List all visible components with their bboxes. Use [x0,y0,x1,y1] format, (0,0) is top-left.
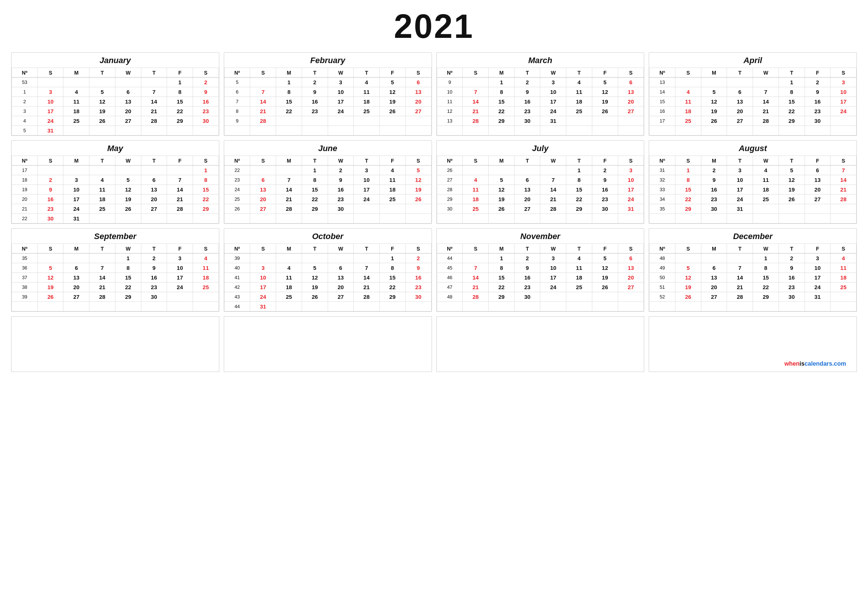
day-cell: 21 [90,282,115,292]
col-header-5: T [566,156,592,166]
day-cell: 14 [753,97,779,107]
day-cell: 12 [90,97,115,107]
week-number: 30 [437,204,463,214]
day-cell: 28 [753,116,779,126]
day-cell: 6 [804,166,831,175]
day-cell [566,116,592,126]
day-cell [592,126,618,135]
day-cell [167,292,193,302]
day-cell: 28 [463,292,489,302]
day-cell [675,126,701,135]
week-number: 49 [649,263,676,273]
week-row: 3819202122232425 [12,282,219,292]
week-row [437,126,644,135]
week-row: 3315161718192021 [649,185,857,194]
week-row: 35293031 [649,204,857,214]
week-number: 28 [437,185,463,194]
week-row: 223031 [12,214,219,223]
month-name-november: November [437,229,644,243]
bottom-box-3 [436,316,645,372]
day-cell: 1 [488,254,515,263]
day-cell: 9 [328,175,353,185]
day-cell [167,126,193,135]
week-row: 3912 [224,254,431,263]
day-cell [753,214,779,223]
week-number: 53 [12,78,38,87]
day-cell: 21 [353,282,380,292]
day-cell: 19 [380,97,406,107]
week-row: 2627282930 [224,204,431,214]
week-row: 1114151617181920 [437,97,644,107]
col-header-0: Nº [437,244,463,254]
day-cell [90,254,115,263]
col-header-6: F [380,156,406,166]
col-header-3: T [302,68,328,78]
week-number: 26 [224,204,250,214]
day-cell: 25 [675,116,701,126]
day-cell: 2 [515,78,540,87]
day-cell: 11 [353,87,380,97]
week-number [12,302,38,312]
day-cell: 9 [405,263,431,273]
month-name-july: July [437,141,644,155]
week-number: 36 [12,263,38,273]
week-number: 22 [224,166,250,175]
day-cell [37,166,64,175]
day-cell [380,302,406,312]
day-cell [64,78,90,87]
day-cell: 6 [64,263,90,273]
day-cell: 31 [64,214,90,223]
week-number: 22 [12,214,38,223]
col-header-7: S [405,156,431,166]
day-cell [675,78,701,87]
bottom-box-1 [11,316,219,372]
day-cell: 1 [778,78,804,87]
day-cell: 15 [675,185,701,194]
day-cell: 8 [753,263,779,273]
day-cell: 14 [141,97,167,107]
week-row [649,214,857,223]
day-cell: 10 [64,185,90,194]
day-cell: 24 [540,107,566,116]
day-cell: 16 [302,97,328,107]
day-cell: 22 [566,194,592,204]
day-cell: 31 [540,116,566,126]
day-cell: 4 [193,254,219,263]
day-cell: 23 [141,282,167,292]
day-cell: 24 [831,107,857,116]
day-cell: 13 [727,97,753,107]
day-cell: 27 [618,282,644,292]
col-header-7: S [831,68,857,78]
day-cell: 6 [141,175,167,185]
day-cell: 10 [540,87,566,97]
day-cell [90,126,115,135]
day-cell: 18 [90,194,115,204]
month-table-june: NºSMTWTFS2212345236789101112241314151617… [224,155,432,223]
day-cell: 1 [566,166,592,175]
day-cell: 1 [675,166,701,175]
week-row: 481234 [649,254,857,263]
col-header-6: F [592,156,618,166]
month-name-june: June [224,141,432,155]
day-cell: 5 [488,175,515,185]
week-row: 4578910111213 [437,263,644,273]
day-cell: 6 [405,78,431,87]
day-cell [618,116,644,126]
day-cell [302,126,328,135]
day-cell [250,214,276,223]
day-cell: 6 [250,175,276,185]
week-row: 821222324252627 [224,107,431,116]
day-cell: 15 [302,185,328,194]
day-cell: 27 [115,116,141,126]
day-cell: 22 [675,194,701,204]
week-number: 15 [649,97,676,107]
week-number [437,302,463,312]
week-row: 1618192021222324 [649,107,857,116]
week-row: 26123 [437,166,644,175]
day-cell: 21 [463,282,489,292]
col-header-4: W [540,68,566,78]
day-cell [727,126,753,135]
week-row: 311234567 [649,166,857,175]
day-cell [64,254,90,263]
day-cell [405,214,431,223]
